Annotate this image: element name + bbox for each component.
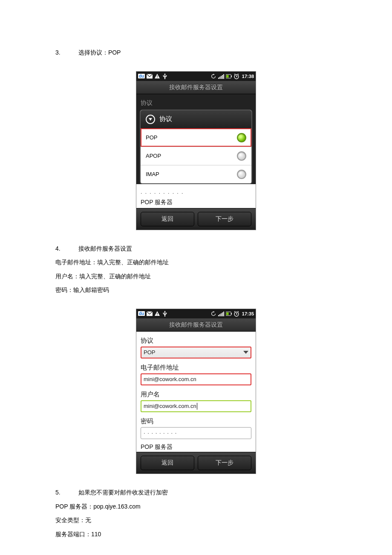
svg-rect-7 <box>223 74 224 79</box>
svg-rect-15 <box>218 315 219 316</box>
phone-body: 协议 协议 POP APOP <box>136 94 256 208</box>
step-5: 5. 如果您不需要对邮件收发进行加密 <box>55 487 337 498</box>
signal-icon <box>218 311 224 317</box>
password-input[interactable]: · · · · · · · · · <box>141 427 251 439</box>
phone-body: 协议 POP 电子邮件地址 mini@cowork.com.cn 用户名 min… <box>136 332 256 452</box>
screen-title: 接收邮件服务器设置 <box>136 318 256 332</box>
status-left-icons: du <box>138 311 168 317</box>
step-title: 选择协议：POP <box>78 49 121 56</box>
chevron-down-icon <box>243 351 248 354</box>
step-4-line-1: 电子邮件地址：填入完整、正确的邮件地址 <box>55 257 337 268</box>
svg-rect-5 <box>221 76 222 79</box>
status-right-icons: 17:35 <box>210 311 254 317</box>
warning-icon <box>154 311 160 317</box>
option-imap[interactable]: IMAP <box>141 165 251 183</box>
step-5-line-2: 安全类型：无 <box>55 515 337 526</box>
option-apop[interactable]: APOP <box>141 147 251 165</box>
step-number: 5. <box>55 487 77 498</box>
svg-rect-10 <box>226 75 228 78</box>
step-4-line-3: 密码：输入邮箱密码 <box>55 284 337 296</box>
du-badge-icon: du <box>138 311 145 316</box>
partial-label-pop-server: POP 服务器 <box>136 441 256 452</box>
svg-rect-14 <box>157 315 158 315</box>
svg-rect-13 <box>157 313 158 314</box>
protocol-dialog: 协议 POP APOP IMAP <box>140 110 252 184</box>
svg-rect-6 <box>222 75 223 79</box>
step-5-line-3: 服务器端口：110 <box>55 529 337 540</box>
step-5-line-1: POP 服务器：pop.qiye.163.com <box>55 501 337 512</box>
warning-icon <box>154 73 160 79</box>
status-left-icons: du <box>138 73 168 79</box>
password-value: · · · · · · · · · <box>144 430 177 436</box>
username-value: mini@cowork.com.cn <box>144 403 196 409</box>
alarm-icon <box>233 73 239 79</box>
step-3: 3. 选择协议：POP <box>55 47 337 58</box>
usb-icon <box>162 311 168 317</box>
protocol-label: 协议 <box>136 99 256 110</box>
username-input[interactable]: mini@cowork.com.cn <box>141 400 251 412</box>
svg-rect-1 <box>157 75 158 77</box>
password-label: 密码 <box>136 414 256 426</box>
screen-title: 接收邮件服务器设置 <box>136 81 256 94</box>
dialog-title-text: 协议 <box>159 115 172 123</box>
step-title: 接收邮件服务器设置 <box>78 245 132 252</box>
svg-rect-16 <box>219 314 220 316</box>
next-button[interactable]: 下一步 <box>198 212 251 226</box>
step-number: 3. <box>55 47 77 58</box>
step-number: 4. <box>55 243 77 254</box>
radio-icon <box>237 170 246 179</box>
step-title: 如果您不需要对邮件收发进行加密 <box>78 489 168 496</box>
document-page: 3. 选择协议：POP du <box>0 0 392 555</box>
svg-rect-21 <box>231 313 232 315</box>
protocol-label: 协议 <box>136 333 256 346</box>
status-right-icons: 17:38 <box>210 73 254 79</box>
back-button[interactable]: 返回 <box>141 456 194 470</box>
next-button[interactable]: 下一步 <box>198 456 251 470</box>
step-4: 4. 接收邮件服务器设置 <box>55 243 337 254</box>
svg-rect-17 <box>221 313 222 316</box>
usb-icon <box>162 73 168 79</box>
svg-rect-18 <box>222 312 223 316</box>
mail-icon <box>147 311 153 317</box>
clock-text: 17:38 <box>242 74 254 79</box>
partial-label-pop-server: POP 服务器 <box>136 197 256 208</box>
signal-icon <box>218 73 224 79</box>
option-label: POP <box>146 134 157 141</box>
svg-rect-19 <box>223 312 224 316</box>
bottom-bar: 返回 下一步 <box>136 208 256 230</box>
svg-rect-9 <box>231 75 232 77</box>
sync-icon <box>210 73 216 79</box>
radio-icon <box>237 151 246 161</box>
battery-icon <box>226 73 232 79</box>
dialog-title-bar: 协议 <box>141 110 251 128</box>
phone-frame: du <box>136 309 256 474</box>
protocol-dropdown[interactable]: POP <box>141 347 251 358</box>
password-dots-partial: · · · · · · · · · · <box>136 188 256 197</box>
battery-icon <box>226 311 232 317</box>
dimmed-area: 协议 协议 POP APOP <box>136 94 256 184</box>
du-badge-icon: du <box>138 74 145 78</box>
email-value: mini@cowork.com.cn <box>144 376 196 382</box>
back-button[interactable]: 返回 <box>141 212 194 226</box>
protocol-value: POP <box>144 349 155 356</box>
svg-rect-2 <box>157 77 158 78</box>
option-label: APOP <box>146 153 161 159</box>
step-4-line-2: 用户名：填入完整、正确的邮件地址 <box>55 271 337 282</box>
clock-text: 17:35 <box>242 311 254 316</box>
status-bar: du <box>136 72 256 81</box>
option-pop[interactable]: POP <box>141 128 251 147</box>
phone-frame: du <box>136 71 256 230</box>
email-label: 电子邮件地址 <box>136 360 256 373</box>
dropdown-indicator-icon <box>146 115 155 124</box>
screenshot-1: du <box>55 71 337 230</box>
email-input[interactable]: mini@cowork.com.cn <box>141 373 251 385</box>
radio-selected-icon <box>237 133 246 142</box>
status-bar: du <box>136 309 256 318</box>
text-cursor-icon <box>197 403 197 410</box>
sync-icon <box>210 311 216 317</box>
mail-icon <box>147 73 153 79</box>
alarm-icon <box>233 311 239 317</box>
username-label: 用户名 <box>136 387 256 399</box>
option-label: IMAP <box>146 171 159 177</box>
screenshot-2: du <box>55 309 337 474</box>
